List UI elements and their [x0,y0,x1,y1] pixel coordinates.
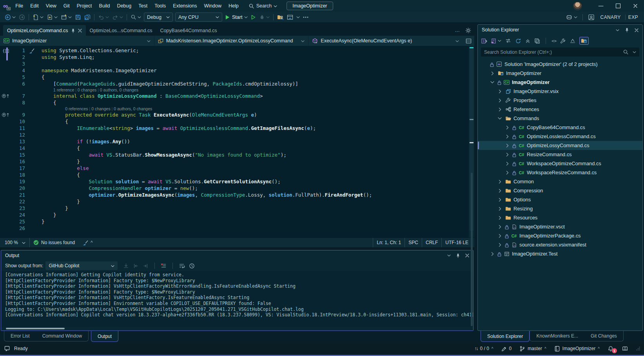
bottom-panel-tab[interactable]: Output [91,331,118,342]
tree-item[interactable]: Commands [478,114,642,123]
save-all-icon[interactable] [83,13,92,22]
properties-copy-icon[interactable] [534,38,540,44]
chevron-down-icon[interactable] [295,13,301,22]
codelens[interactable]: 1 reference | 0 changes | 0 authors, 0 c… [0,87,474,93]
document-tab[interactable]: OptimizeLossyCommand.cs [3,25,86,36]
code-line[interactable]: 14 { [0,145,474,152]
tree-item[interactable]: C#ImageOptimizer [478,78,642,87]
caret-position[interactable]: Ln: 1, Ch: 1 [373,238,405,247]
chevron-right-icon[interactable] [504,171,510,175]
copilot-icon[interactable] [564,13,579,22]
tree-item[interactable]: ImageOptimizer [478,69,642,78]
new-file-icon[interactable] [31,13,45,22]
chevron-right-icon[interactable] [504,126,510,130]
code-line[interactable]: 8 { [0,99,474,106]
start-button[interactable]: Start [225,15,248,20]
nav-forward-icon[interactable] [17,13,27,22]
maximize-button[interactable] [610,0,627,12]
tree-item[interactable]: ImageOptimizer.Test [478,249,642,258]
indent-mode[interactable]: SPC [405,238,422,247]
chevron-right-icon[interactable] [504,153,510,157]
clear-all-icon[interactable] [161,263,167,268]
code-line[interactable]: 25} [0,218,474,225]
book-status[interactable] [622,346,628,352]
reference-gutter-icon[interactable] [0,93,12,99]
document-outline-icon[interactable]: { [0,47,12,54]
tree-item[interactable]: C#OptimizeLosslessCommand.cs [478,132,642,141]
close-button[interactable] [627,0,644,12]
pin-icon[interactable] [71,27,75,33]
code-line[interactable]: 4namespace MadsKristensen.ImageOptimizer [0,67,474,74]
resize-grip-icon[interactable] [636,347,640,351]
menu-test[interactable]: Test [135,0,151,12]
tree-item[interactable]: References [478,105,642,114]
new-project-icon[interactable] [59,13,73,22]
tree-item[interactable]: C#WorkspaceResizeCommand.cs [478,168,642,177]
chevron-right-icon[interactable] [489,71,495,75]
menu-git[interactable]: Git [60,0,73,12]
minimize-button[interactable]: — [592,0,610,12]
reference-gutter-icon[interactable] [0,111,12,118]
repo-status[interactable]: ImageOptimizer^ [554,346,600,352]
tree-item[interactable]: Resizing [478,204,642,213]
user-avatar[interactable] [573,2,582,11]
chevron-right-icon[interactable] [497,99,503,102]
jump-to-end-icon[interactable] [123,263,129,268]
chevron-down-icon[interactable] [497,117,503,120]
document-tab[interactable]: OptimizeLos...sCommand.cs [86,25,156,36]
window-home-icon[interactable] [285,13,295,22]
close-icon[interactable] [78,28,82,33]
chevron-right-icon[interactable] [497,180,503,184]
chevron-right-icon[interactable] [497,207,503,211]
tree-item[interactable]: Common [478,177,642,186]
bell-status[interactable]: 1 [608,346,614,352]
code-editor[interactable]: {1using System.Collections.Generic;2usin… [0,46,474,237]
code-cleanup-button[interactable]: ^ [78,240,96,246]
arrows-updown-status[interactable]: ↑↓0 / 0^ [474,346,493,351]
code-line[interactable]: 18 { [0,172,474,178]
chevron-right-icon[interactable] [497,216,503,220]
chevron-right-icon[interactable] [497,225,503,229]
zoom-dropdown[interactable]: 100 % [2,238,30,247]
code-line[interactable]: {1using System.Collections.Generic; [0,47,474,54]
code-line[interactable]: 24 } [0,212,474,218]
chevron-right-icon[interactable] [497,198,503,202]
hot-reload-icon[interactable] [258,13,271,22]
line-ending[interactable]: CRLF [422,238,441,247]
sync-with-active-icon[interactable] [491,38,501,44]
undo-icon[interactable] [96,13,111,22]
chevron-right-icon[interactable] [504,144,510,148]
close-icon[interactable] [635,27,639,33]
output-hscrollbar[interactable] [1,327,473,330]
chevron-down-icon[interactable] [447,252,451,258]
chevron-down-icon[interactable] [489,81,495,84]
tree-item[interactable]: ImageOptimizer.vsct [478,222,642,231]
preview-selected-icon[interactable] [570,38,576,44]
output-vscrollbar[interactable] [470,35,473,341]
bottom-panel-tab[interactable]: Error List [4,331,36,341]
close-icon[interactable] [465,252,469,258]
chevron-down-icon[interactable] [616,27,619,33]
right-panel-tab[interactable]: Git Changes [584,331,623,341]
menu-debug[interactable]: Debug [113,0,135,12]
save-icon[interactable] [73,13,83,22]
redo-icon[interactable] [111,13,125,22]
two-way-sync-icon[interactable] [505,38,512,44]
right-panel-tab[interactable]: Solution Explorer [481,331,530,342]
menu-project[interactable]: Project [73,0,96,12]
code-line[interactable]: 17 else [0,165,474,172]
debug-config-dropdown[interactable]: Debug [144,13,173,22]
code-line[interactable]: 10 { [0,118,474,125]
right-panel-tab[interactable]: KnownMonikers E... [530,331,584,341]
menu-window[interactable]: Window [201,0,225,12]
chevron-right-icon[interactable] [497,243,503,247]
menu-edit[interactable]: Edit [27,0,42,12]
add-item-icon[interactable] [45,13,59,22]
nav-back-icon[interactable] [3,13,17,22]
tree-item[interactable]: Resources [478,213,642,222]
code-line[interactable]: 20 CompressionHandler optimizer = new(); [0,185,474,192]
code-line[interactable]: 22 } [0,198,474,205]
titlebar-search[interactable]: Search [246,3,280,9]
tree-item[interactable]: Compression [478,186,642,195]
menu-view[interactable]: View [42,0,60,12]
